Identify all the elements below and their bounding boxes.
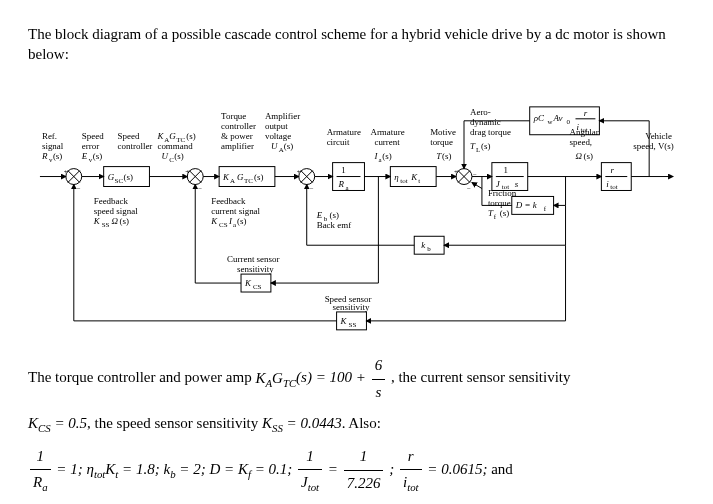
svg-text:controller: controller — [221, 120, 256, 130]
sum-speed: +− — [64, 167, 82, 193]
svg-text:CS: CS — [219, 221, 228, 229]
svg-text:Aero-: Aero- — [470, 106, 491, 116]
svg-text:K: K — [156, 130, 164, 140]
svg-text:torque: torque — [488, 198, 511, 208]
svg-text:G: G — [169, 130, 176, 140]
svg-text:CS: CS — [253, 283, 262, 291]
svg-text:error: error — [82, 140, 99, 150]
svg-text:SC: SC — [115, 176, 124, 184]
svg-text:(s): (s) — [124, 171, 133, 181]
svg-text:Speed: Speed — [82, 130, 104, 140]
svg-text:command: command — [157, 140, 193, 150]
svg-text:Angular: Angular — [570, 126, 599, 136]
svg-text:current signal: current signal — [211, 206, 260, 216]
svg-text:Ω: Ω — [112, 216, 119, 226]
svg-text:voltage: voltage — [265, 130, 291, 140]
svg-text:+: + — [185, 167, 189, 175]
svg-text:a: a — [378, 155, 381, 163]
svg-text:−: − — [310, 185, 314, 193]
svg-text:f: f — [494, 213, 497, 221]
svg-text:Current sensor: Current sensor — [227, 254, 279, 264]
svg-text:R: R — [41, 150, 48, 160]
svg-text:a: a — [233, 221, 236, 229]
svg-text:K: K — [93, 216, 101, 226]
svg-text:D = k: D = k — [515, 200, 538, 210]
svg-text:speed, V(s): speed, V(s) — [633, 140, 674, 150]
svg-text:K: K — [340, 315, 348, 325]
svg-text:Speed: Speed — [118, 130, 140, 140]
svg-text:Amplifier: Amplifier — [265, 110, 300, 120]
svg-text:K: K — [244, 278, 252, 288]
svg-text:(s): (s) — [174, 150, 183, 160]
svg-text:+: + — [297, 167, 301, 175]
svg-text:r: r — [611, 164, 615, 174]
svg-text:w: w — [548, 117, 553, 125]
svg-text:(s): (s) — [53, 150, 62, 160]
svg-text:L: L — [476, 145, 480, 153]
svg-text:dynamic: dynamic — [470, 116, 501, 126]
svg-text:SS: SS — [349, 320, 357, 328]
sum-torque: +−− — [454, 167, 477, 193]
svg-text:torque: torque — [430, 136, 453, 146]
svg-text:U: U — [271, 140, 278, 150]
svg-text:(s): (s) — [284, 140, 293, 150]
eq-line-3: 1Ra = 1; ηtotKt = 1.8; kb = 2; D = Kf = … — [28, 444, 685, 497]
svg-text:(s): (s) — [186, 130, 195, 140]
svg-text:(s): (s) — [583, 150, 592, 160]
svg-text:U: U — [161, 150, 168, 160]
svg-text:current: current — [374, 136, 400, 146]
svg-text:−: − — [77, 185, 81, 193]
eq-paragraph-1: The torque controller and power amp KAGT… — [28, 353, 685, 405]
sum-voltage: +− — [297, 167, 315, 193]
svg-text:speed,: speed, — [570, 136, 593, 146]
svg-text:A: A — [230, 176, 235, 184]
svg-text:(s): (s) — [330, 210, 339, 220]
svg-text:(s): (s) — [237, 216, 246, 226]
svg-text:a: a — [346, 184, 349, 192]
svg-text:G: G — [108, 171, 115, 181]
svg-text:r: r — [584, 107, 588, 117]
svg-text:K: K — [210, 216, 218, 226]
svg-text:(s): (s) — [500, 208, 509, 218]
svg-text:−: − — [198, 185, 202, 193]
svg-text:amplifier: amplifier — [221, 140, 254, 150]
svg-text:tot: tot — [610, 183, 617, 191]
svg-text:Armature: Armature — [327, 126, 361, 136]
svg-text:E: E — [316, 210, 323, 220]
svg-text:Vehicle: Vehicle — [645, 130, 672, 140]
svg-text:b: b — [427, 245, 431, 253]
svg-text:Back emf: Back emf — [317, 220, 352, 230]
intro-text: The block diagram of a possible cascade … — [28, 24, 685, 65]
svg-text:η: η — [394, 171, 399, 181]
eq-paragraph-2: KCS = 0.5, the speed sensor sensitivity … — [28, 411, 685, 437]
svg-text:TC: TC — [244, 176, 253, 184]
svg-text:(s): (s) — [93, 150, 102, 160]
svg-text:E: E — [81, 150, 88, 160]
svg-text:1: 1 — [504, 164, 508, 174]
svg-text:Av: Av — [553, 112, 563, 122]
svg-text:(s): (s) — [442, 150, 451, 160]
svg-text:G: G — [237, 171, 244, 181]
svg-text:sensitivity: sensitivity — [237, 264, 274, 274]
svg-text:circuit: circuit — [327, 136, 350, 146]
svg-text:Ω: Ω — [575, 150, 582, 160]
svg-text:K: K — [222, 171, 230, 181]
svg-text:Motive: Motive — [430, 126, 456, 136]
svg-text:K: K — [410, 171, 418, 181]
svg-text:speed signal: speed signal — [94, 206, 138, 216]
svg-text:−: − — [467, 185, 471, 193]
svg-text:t: t — [418, 176, 420, 184]
svg-text:signal: signal — [42, 140, 64, 150]
svg-text:Feedback: Feedback — [211, 196, 246, 206]
svg-text:−: − — [473, 170, 477, 178]
svg-text:Feedback: Feedback — [94, 196, 129, 206]
svg-text:(s): (s) — [120, 216, 129, 226]
svg-text:ρC: ρC — [533, 112, 545, 122]
svg-text:(s): (s) — [382, 150, 391, 160]
svg-text:Armature: Armature — [370, 126, 404, 136]
svg-text:Torque: Torque — [221, 110, 246, 120]
ref-label: Ref. — [42, 130, 57, 140]
svg-text:controller: controller — [118, 140, 153, 150]
svg-text:& power: & power — [221, 130, 253, 140]
svg-text:+: + — [454, 167, 458, 175]
